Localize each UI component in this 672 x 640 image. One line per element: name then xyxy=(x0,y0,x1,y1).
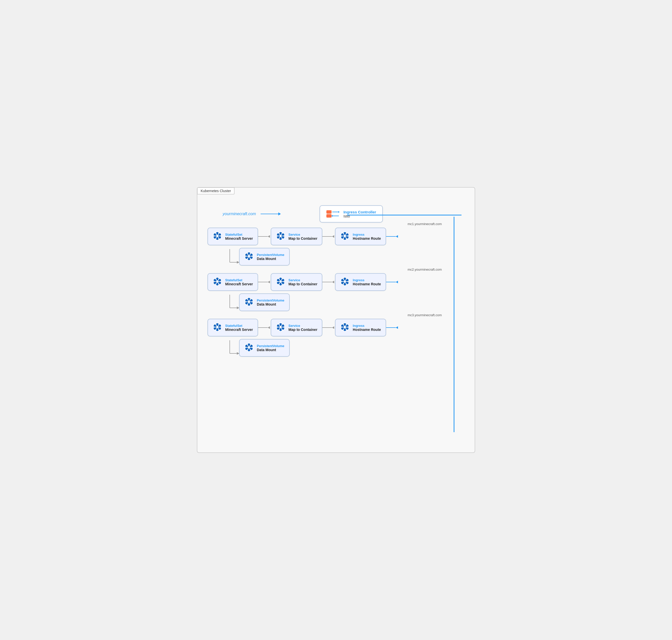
arrow-left-blue xyxy=(386,326,399,329)
row-label-3: mc3.yourminecraft.com xyxy=(408,313,442,317)
svg-point-25 xyxy=(282,238,283,239)
svg-point-68 xyxy=(220,281,221,282)
main-row-2: StatefulSet Minecraft Server Service Map… xyxy=(208,273,464,291)
k8s-icon xyxy=(340,322,350,333)
svg-point-76 xyxy=(215,278,216,279)
svg-rect-0 xyxy=(327,210,331,214)
svg-marker-109 xyxy=(237,307,239,309)
svg-point-159 xyxy=(343,329,344,330)
svg-point-66 xyxy=(216,280,219,283)
svg-point-145 xyxy=(279,329,280,330)
svg-point-43 xyxy=(341,235,342,236)
svg-point-80 xyxy=(279,280,282,283)
arrow-left-gray xyxy=(322,281,335,283)
svg-point-52 xyxy=(248,255,250,258)
pv-connector xyxy=(225,249,239,265)
k8s-box: StatefulSet Minecraft Server xyxy=(208,319,258,336)
svg-point-39 xyxy=(346,238,347,239)
pv-connector xyxy=(225,340,239,357)
svg-point-172 xyxy=(252,347,253,348)
svg-point-23 xyxy=(283,235,284,236)
ingress-controller-section: yourminecraft.com xyxy=(208,205,464,222)
svg-point-78 xyxy=(218,278,219,279)
svg-point-127 xyxy=(220,326,221,328)
svg-point-143 xyxy=(282,329,283,330)
svg-point-170 xyxy=(248,346,250,349)
svg-point-123 xyxy=(250,299,251,300)
arrow-left-gray xyxy=(322,235,335,238)
svg-marker-168 xyxy=(237,352,239,355)
svg-point-106 xyxy=(346,278,347,279)
svg-point-125 xyxy=(216,326,219,328)
svg-point-74 xyxy=(214,281,215,282)
k8s-box: StatefulSet Minecraft Server xyxy=(208,228,258,245)
svg-marker-50 xyxy=(237,261,239,264)
k8s-icon xyxy=(212,231,222,242)
svg-point-86 xyxy=(279,284,280,285)
k8s-icon xyxy=(340,231,350,242)
k8s-icon xyxy=(276,231,285,242)
svg-point-70 xyxy=(218,284,219,285)
svg-point-161 xyxy=(341,326,342,328)
svg-point-133 xyxy=(214,326,215,328)
svg-point-82 xyxy=(283,281,284,282)
arrow-left-blue xyxy=(386,235,399,238)
arrow-left-gray xyxy=(322,326,335,329)
svg-point-21 xyxy=(279,235,282,237)
k8s-icon xyxy=(340,277,350,287)
arrow-left-gray xyxy=(258,235,271,238)
svg-point-104 xyxy=(343,278,344,279)
top-horizontal-line xyxy=(347,215,462,216)
svg-point-149 xyxy=(279,324,280,325)
ingress-controller-text: Ingress Controller Istio xyxy=(343,210,376,218)
sub-row-1: PersistentVolume Data Mount xyxy=(225,248,464,265)
svg-point-174 xyxy=(250,350,251,351)
kubernetes-cluster: Kubernetes Cluster yourminecraft.com xyxy=(197,187,475,453)
arrow-left-blue xyxy=(386,281,399,283)
row-3: mc3.yourminecraft.com StatefulSet Minecr… xyxy=(208,319,464,357)
ingress-controller-icon xyxy=(326,209,339,218)
svg-point-33 xyxy=(282,233,283,234)
svg-point-45 xyxy=(343,233,344,234)
svg-point-135 xyxy=(215,324,216,325)
svg-point-119 xyxy=(245,301,247,302)
k8s-icon xyxy=(276,322,285,333)
svg-marker-5 xyxy=(331,215,333,217)
sub-row-3: PersistentVolume Data Mount xyxy=(225,339,464,357)
svg-point-141 xyxy=(283,326,284,328)
svg-point-27 xyxy=(279,238,280,239)
k8s-icon xyxy=(244,343,254,353)
row-label-1: mc1.yourminecraft.com xyxy=(408,222,442,226)
svg-point-62 xyxy=(247,253,248,254)
svg-point-131 xyxy=(215,329,216,330)
svg-point-129 xyxy=(218,329,219,330)
svg-point-117 xyxy=(247,304,248,305)
svg-point-7 xyxy=(216,235,219,237)
svg-point-153 xyxy=(344,326,346,328)
svg-point-15 xyxy=(214,235,215,236)
svg-point-157 xyxy=(346,329,347,330)
k8s-box: Ingress Hostname Route xyxy=(335,319,386,336)
svg-point-11 xyxy=(218,238,219,239)
svg-point-176 xyxy=(247,350,248,351)
k8s-icon xyxy=(212,277,222,287)
main-row-1: StatefulSet Minecraft Server Service Map… xyxy=(208,228,464,245)
svg-point-121 xyxy=(247,299,248,300)
k8s-box: Service Map to Container xyxy=(271,319,322,336)
svg-point-72 xyxy=(215,284,216,285)
ingress-controller-box: Ingress Controller Istio xyxy=(319,205,383,222)
sub-row-2: PersistentVolume Data Mount xyxy=(225,293,464,311)
k8s-box: PersistentVolume Data Mount xyxy=(239,248,290,265)
row-1: mc1.yourminecraft.com StatefulSet Minecr… xyxy=(208,228,464,265)
row-2: mc2.yourminecraft.com StatefulSet Minecr… xyxy=(208,273,464,311)
svg-point-139 xyxy=(279,326,282,328)
svg-point-100 xyxy=(343,284,344,285)
svg-point-180 xyxy=(247,344,248,345)
k8s-box: PersistentVolume Data Mount xyxy=(239,339,290,357)
svg-point-96 xyxy=(348,281,349,282)
svg-point-13 xyxy=(215,238,216,239)
svg-point-37 xyxy=(348,235,349,236)
svg-point-165 xyxy=(346,324,347,325)
svg-point-182 xyxy=(250,344,251,345)
k8s-icon xyxy=(244,251,254,262)
